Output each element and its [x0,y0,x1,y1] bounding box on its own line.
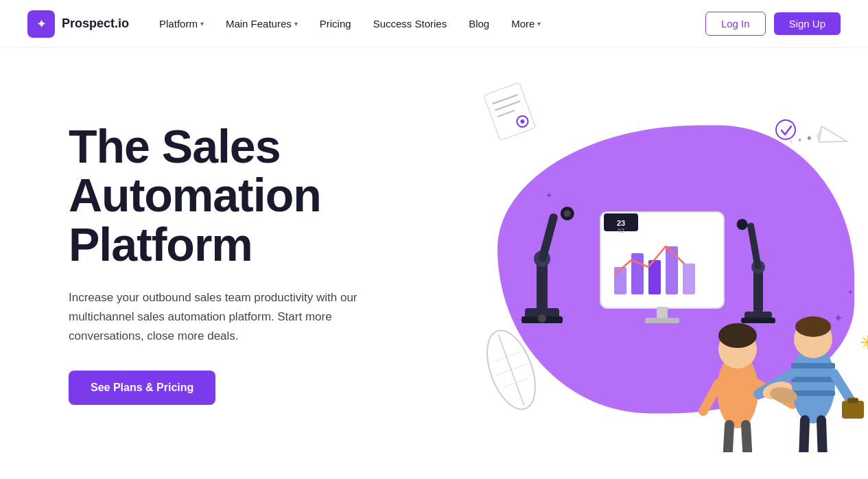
svg-rect-23 [657,307,668,319]
login-button[interactable]: Log In [705,12,766,36]
svg-point-34 [798,139,801,142]
svg-rect-19 [683,264,695,294]
svg-rect-18 [666,246,678,294]
svg-rect-0 [484,82,536,141]
hero-subtitle: Increase your outbound sales team produc… [69,288,398,346]
svg-point-33 [807,136,811,140]
svg-point-30 [736,218,749,231]
nav-item-main-features[interactable]: Main Features ▾ [216,12,307,35]
hero-content: The Sales Automation Platform Increase y… [69,122,398,405]
signup-button[interactable]: Sign Up [774,12,841,35]
svg-rect-56 [791,377,835,382]
hero-illustration: 23 02 [463,75,868,452]
hero-title: The Sales Automation Platform [69,122,398,269]
cta-button[interactable]: See Plans & Pricing [69,371,215,405]
svg-line-50 [727,425,729,452]
svg-line-49 [703,384,718,411]
svg-text:02: 02 [618,227,624,234]
svg-point-59 [795,316,831,337]
chevron-down-icon: ▾ [200,20,204,27]
svg-rect-55 [791,363,835,369]
svg-rect-29 [747,222,762,270]
svg-text:✦: ✦ [546,191,552,200]
nav-item-platform[interactable]: Platform ▾ [150,12,213,35]
nav-item-blog[interactable]: Blog [459,12,499,35]
svg-line-65 [821,420,823,452]
logo-text: Prospect.io [62,16,129,31]
svg-text:✦: ✦ [834,312,843,324]
svg-text:✦: ✦ [847,288,853,296]
svg-line-42 [493,352,519,362]
nav-links: Platform ▾ Main Features ▾ Pricing Succe… [150,12,705,35]
nav-item-more[interactable]: More ▾ [502,12,550,35]
illustration-svg: 23 02 [463,75,868,452]
chevron-down-icon: ▾ [537,20,541,27]
svg-rect-16 [631,253,644,294]
svg-rect-26 [741,318,775,323]
svg-rect-24 [645,318,679,323]
svg-marker-31 [819,126,849,147]
logo-icon: ✦ [27,10,55,38]
svg-rect-57 [791,390,835,396]
chevron-down-icon: ▾ [294,20,298,27]
navbar: ✦ Prospect.io Platform ▾ Main Features ▾… [0,0,868,48]
svg-line-44 [503,378,529,388]
svg-rect-15 [614,267,626,294]
svg-point-35 [790,141,792,143]
svg-point-13 [538,314,546,323]
svg-line-61 [834,373,851,401]
nav-item-pricing[interactable]: Pricing [310,12,361,35]
logo-link[interactable]: ✦ Prospect.io [27,10,129,38]
svg-line-51 [746,425,748,452]
svg-point-36 [776,120,795,139]
nav-actions: Log In Sign Up [705,12,841,36]
svg-point-47 [718,323,757,348]
svg-rect-8 [537,260,548,312]
svg-text:23: 23 [617,219,625,227]
svg-rect-27 [753,268,763,313]
nav-item-success-stories[interactable]: Success Stories [364,12,457,35]
svg-line-43 [495,364,528,375]
svg-line-64 [804,420,805,452]
svg-rect-63 [847,398,858,404]
hero-section: The Sales Automation Platform Increase y… [0,48,868,479]
